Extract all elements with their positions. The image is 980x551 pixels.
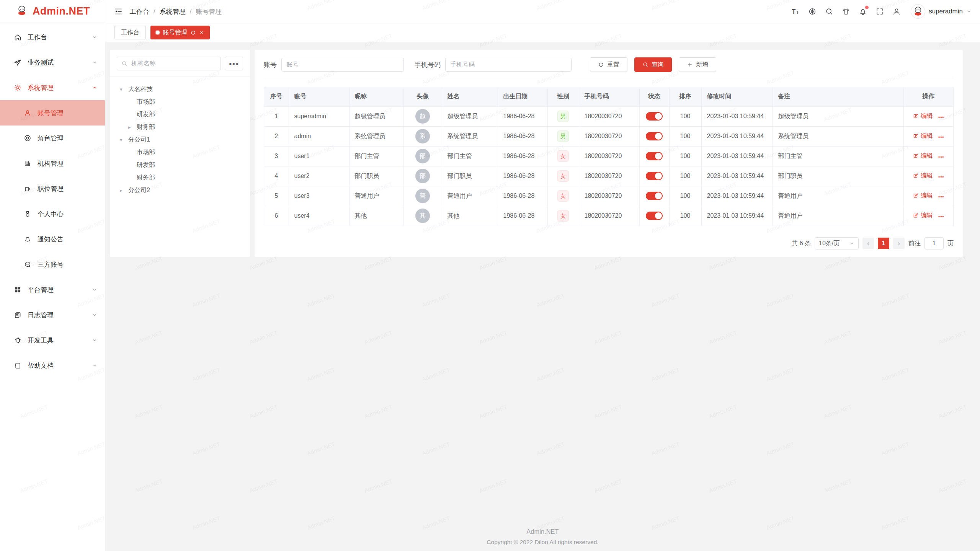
tree-node[interactable]: ▸财务部 [117, 121, 243, 134]
cell-sort: 100 [669, 146, 701, 166]
theme-icon[interactable] [842, 7, 850, 16]
tree-more-button[interactable]: ●●● [225, 57, 243, 70]
edit-button[interactable]: 编辑 [913, 192, 933, 200]
tree-node[interactable]: 财务部 [117, 171, 243, 184]
sidebar-item-docs[interactable]: 帮助文档 [0, 353, 105, 378]
logo[interactable]: Admin.NET [0, 0, 105, 23]
page-1-button[interactable]: 1 [878, 238, 889, 249]
column-header: 昵称 [349, 87, 403, 106]
main-column: 工作台/系统管理/账号管理 TT superadmin 工作台 账号管理 [105, 0, 980, 551]
sidebar-item-role[interactable]: 角色管理 [0, 126, 105, 151]
avatar: 其 [415, 209, 430, 223]
sidebar-item-position[interactable]: 职位管理 [0, 176, 105, 201]
tree-node[interactable]: 研发部 [117, 108, 243, 121]
sidebar-item-label: 角色管理 [38, 134, 64, 143]
person-icon[interactable] [892, 7, 901, 16]
tree-node[interactable]: 研发部 [117, 159, 243, 171]
column-header: 姓名 [442, 87, 498, 106]
status-toggle[interactable] [646, 212, 663, 220]
user-menu[interactable]: superadmin [911, 4, 972, 19]
sidebar-item-devtools[interactable]: 开发工具 [0, 328, 105, 353]
bell-icon[interactable] [859, 7, 867, 16]
row-more-button[interactable]: ••• [938, 115, 944, 120]
cell-birthday: 1986-06-28 [498, 206, 547, 226]
sidebar-item-logs[interactable]: 日志管理 [0, 302, 105, 328]
cell-phone: 18020030720 [579, 166, 639, 186]
edit-label: 编辑 [921, 192, 933, 200]
row-more-button[interactable]: ••• [938, 155, 944, 160]
sidebar-item-system[interactable]: 系统管理 [0, 75, 105, 100]
refresh-icon[interactable] [190, 30, 196, 36]
gender-badge: 男 [557, 130, 569, 142]
sidebar-item-profile-center[interactable]: 个人中心 [0, 201, 105, 227]
status-toggle[interactable] [646, 152, 663, 160]
tab-account-management[interactable]: 账号管理 [150, 26, 210, 39]
tree-node[interactable]: ▸分公司2 [117, 184, 243, 197]
close-icon[interactable] [199, 30, 204, 35]
row-more-button[interactable]: ••• [938, 135, 944, 140]
edit-button[interactable]: 编辑 [913, 172, 933, 180]
org-search[interactable] [117, 57, 221, 70]
status-toggle[interactable] [646, 112, 663, 121]
prev-page-button[interactable]: ‹ [862, 238, 874, 249]
cell-remark: 普通用户 [773, 206, 903, 226]
cell-name: 普通用户 [442, 186, 498, 206]
username: superadmin [929, 8, 963, 15]
cell-name: 超级管理员 [442, 106, 498, 126]
cell-mtime: 2023-01-03 10:59:44 [701, 106, 773, 126]
edit-button[interactable]: 编辑 [913, 212, 933, 220]
next-page-button[interactable]: › [893, 238, 905, 249]
status-toggle[interactable] [646, 132, 663, 140]
refresh-icon [598, 62, 604, 68]
phone-input[interactable] [445, 58, 572, 72]
fontsize-icon[interactable]: TT [791, 7, 800, 16]
edit-button[interactable]: 编辑 [913, 132, 933, 140]
table-row: 4user2部门职员部部门职员1986-06-28女18020030720100… [264, 166, 953, 186]
reset-button[interactable]: 重置 [590, 57, 627, 72]
tree-node[interactable]: 市场部 [117, 146, 243, 159]
tree-node-label: 研发部 [137, 111, 155, 119]
tree-node[interactable]: 市场部 [117, 96, 243, 108]
sidebar-item-workbench[interactable]: 工作台 [0, 24, 105, 50]
chevron-down-icon [966, 9, 972, 14]
language-icon[interactable] [808, 7, 817, 16]
tree-node[interactable]: ▾分公司1 [117, 134, 243, 146]
row-more-button[interactable]: ••• [938, 214, 944, 220]
org-tree: ▾大名科技市场部研发部▸财务部▾分公司1市场部研发部财务部▸分公司2 [117, 83, 243, 197]
breadcrumb-item[interactable]: 工作台 [130, 7, 149, 16]
breadcrumb-item[interactable]: 系统管理 [160, 7, 186, 16]
status-toggle[interactable] [646, 192, 663, 200]
org-search-input[interactable] [131, 60, 216, 67]
fullscreen-icon[interactable] [875, 7, 884, 16]
tree-node-label: 市场部 [137, 148, 155, 156]
tree-node-label: 市场部 [137, 98, 155, 106]
row-more-button[interactable]: ••• [938, 194, 944, 200]
sidebar-item-platform[interactable]: 平台管理 [0, 277, 105, 302]
row-more-button[interactable]: ••• [938, 174, 944, 180]
page-size-select[interactable]: 10条/页 [815, 237, 859, 249]
cell-mtime: 2023-01-03 10:59:44 [701, 126, 773, 146]
query-button[interactable]: 查询 [634, 57, 672, 72]
edit-label: 编辑 [921, 212, 933, 220]
sidebar-item-notice[interactable]: 通知公告 [0, 227, 105, 252]
status-toggle[interactable] [646, 172, 663, 180]
search-icon[interactable] [825, 7, 833, 16]
account-input[interactable] [281, 58, 404, 72]
tree-node[interactable]: ▾大名科技 [117, 83, 243, 96]
tab-workbench[interactable]: 工作台 [114, 26, 146, 39]
sidebar-item-third-account[interactable]: 三方账号 [0, 252, 105, 277]
goto-page-input[interactable] [924, 237, 944, 249]
cell-ops: 编辑••• [903, 186, 953, 206]
add-button[interactable]: 新增 [679, 57, 716, 72]
sidebar-item-account[interactable]: 账号管理 [0, 100, 105, 126]
chevron-up-icon [92, 85, 97, 90]
collapse-sidebar-icon[interactable] [114, 7, 123, 16]
sidebar-item-org[interactable]: 机构管理 [0, 151, 105, 176]
page-size-value: 10条/页 [819, 240, 840, 248]
home-icon [14, 33, 22, 41]
edit-button[interactable]: 编辑 [913, 112, 933, 120]
edit-button[interactable]: 编辑 [913, 152, 933, 160]
sidebar-item-business-test[interactable]: 业务测试 [0, 50, 105, 75]
cell-nickname: 部门主管 [349, 146, 403, 166]
book-icon [14, 362, 22, 370]
